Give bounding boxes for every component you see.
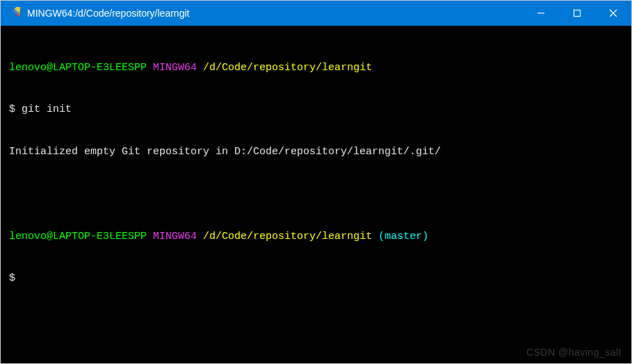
command-line-1: $ git init: [9, 103, 623, 117]
user-host: lenovo@LAPTOP-E3LEESPP: [9, 231, 147, 242]
prompt-line-2: lenovo@LAPTOP-E3LEESPP MINGW64 /d/Code/r…: [9, 230, 623, 244]
user-host: lenovo@LAPTOP-E3LEESPP: [9, 62, 147, 74]
svg-rect-5: [574, 10, 581, 17]
maximize-button[interactable]: [559, 1, 595, 26]
blank-line: [9, 188, 623, 201]
output-line-1: Initialized empty Git repository in D:/C…: [9, 145, 623, 159]
app-icon: [8, 7, 20, 19]
prompt-symbol: $: [9, 104, 15, 115]
branch-label: (master): [378, 231, 428, 242]
cwd-path: /d/Code/repository/learngit: [203, 62, 372, 74]
minimize-button[interactable]: [523, 1, 559, 26]
env-label: MINGW64: [153, 231, 197, 242]
prompt-symbol: $: [9, 272, 15, 284]
command-text: git init: [22, 104, 72, 115]
window-controls: [523, 1, 631, 26]
command-line-2: $: [9, 272, 623, 286]
titlebar[interactable]: MINGW64:/d/Code/repository/learngit: [1, 1, 631, 26]
env-label: MINGW64: [153, 62, 197, 74]
window-title: MINGW64:/d/Code/repository/learngit: [27, 8, 523, 19]
close-button[interactable]: [595, 1, 631, 26]
cwd-path: /d/Code/repository/learngit: [203, 231, 372, 242]
terminal-body[interactable]: lenovo@LAPTOP-E3LEESPP MINGW64 /d/Code/r…: [1, 26, 631, 363]
prompt-line-1: lenovo@LAPTOP-E3LEESPP MINGW64 /d/Code/r…: [9, 61, 623, 75]
watermark-text: CSDN @having_salt: [526, 346, 622, 359]
terminal-window: MINGW64:/d/Code/repository/learngit leno…: [0, 0, 632, 364]
